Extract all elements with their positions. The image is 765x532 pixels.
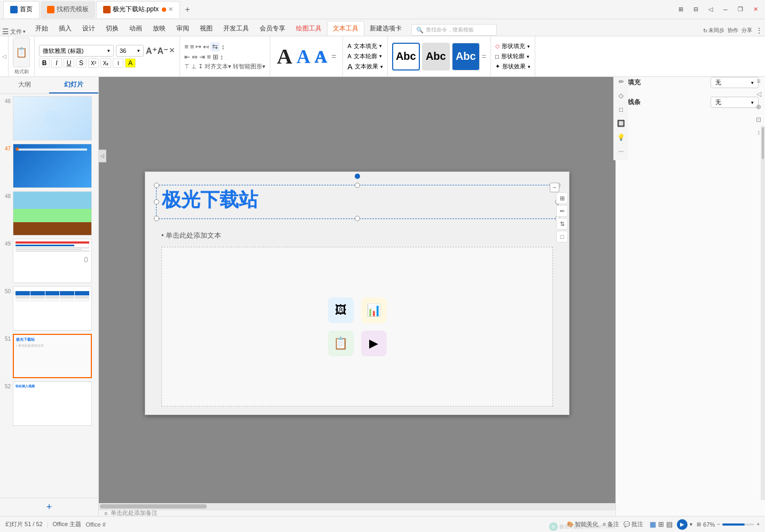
- slide-item-46[interactable]: 46: [2, 96, 96, 140]
- ribbon-tab-dev[interactable]: 开发工具: [218, 21, 254, 36]
- slide-thumb-49[interactable]: 0: [13, 239, 92, 283]
- minimize-btn[interactable]: ─: [719, 3, 732, 16]
- align-left[interactable]: ⇤: [184, 53, 190, 61]
- slide-thumb-51[interactable]: 极光下载站 • 单击此处添加文本: [13, 334, 92, 378]
- font-name-selector[interactable]: 微软雅黑 (标题) ▾: [39, 45, 114, 57]
- slide-item-50[interactable]: 50: [2, 286, 96, 331]
- ribbon-tab-vip[interactable]: 会员专享: [254, 21, 291, 36]
- slide-item-51[interactable]: 51 极光下载站 • 单击此处添加文本: [2, 334, 96, 378]
- side-icon-layers[interactable]: 🔲: [615, 118, 627, 129]
- tab-file[interactable]: 极光下载站.pptx ✕: [96, 1, 180, 18]
- slide-item-49[interactable]: 49 0: [2, 239, 96, 283]
- abc-style-3[interactable]: Abc: [452, 43, 480, 71]
- tab-template[interactable]: 找稻壳模板: [41, 1, 95, 18]
- layer-icon-3[interactable]: ⇅: [556, 218, 568, 230]
- valign-top[interactable]: ⊤: [184, 63, 190, 70]
- smartify-btn[interactable]: 🎨 智能美化: [567, 520, 598, 528]
- maximize-btn[interactable]: ❐: [734, 3, 747, 16]
- text-outline-btn[interactable]: A 文本轮廓 ▾: [347, 52, 382, 60]
- right-edge-icon-1[interactable]: ≡: [753, 76, 764, 87]
- clear-format[interactable]: ✕: [169, 46, 175, 56]
- close-tab-btn[interactable]: ✕: [168, 6, 173, 13]
- slide-thumb-47[interactable]: ★: [13, 144, 92, 188]
- right-edge-icon-4[interactable]: ⊡: [753, 114, 764, 125]
- subscript-btn[interactable]: X₂: [100, 58, 111, 68]
- col-layout-btn[interactable]: ⊞: [213, 53, 218, 61]
- sync-btn[interactable]: ↻ 未同步: [703, 27, 724, 34]
- zoom-plus-btn[interactable]: +: [756, 521, 760, 527]
- ribbon-tab-text[interactable]: 文本工具: [327, 21, 364, 36]
- side-icon-light[interactable]: 💡: [615, 131, 627, 143]
- side-icon-pen[interactable]: ✏: [615, 76, 627, 88]
- side-icon-more[interactable]: ···: [615, 145, 627, 157]
- right-edge-icon-2[interactable]: ◁: [753, 89, 764, 99]
- slide-bullet-text[interactable]: • 单击此处添加文本: [161, 231, 221, 240]
- smart-shape-btn[interactable]: 转智能图形▾: [233, 62, 266, 71]
- shape-effect-btn[interactable]: ✦ 形状效果 ▾: [495, 62, 530, 71]
- shape-outline-btn[interactable]: □ 形状轮廓 ▾: [495, 52, 530, 60]
- underline-btn[interactable]: U: [64, 58, 74, 68]
- fill-value-selector[interactable]: 无 ▾: [711, 77, 759, 88]
- align-right[interactable]: ⇥: [199, 53, 205, 61]
- font-size-selector[interactable]: 36 ▾: [116, 45, 144, 57]
- more-btn[interactable]: ⋮: [755, 26, 763, 35]
- morph-btn[interactable]: ⌇: [113, 58, 123, 68]
- right-panel-scroll-thumb[interactable]: [762, 127, 764, 159]
- rotate-handle[interactable]: [355, 174, 360, 179]
- highlight-btn[interactable]: A: [125, 58, 136, 68]
- font-size-increase[interactable]: A⁺: [146, 46, 157, 56]
- menu-btn[interactable]: ☰ 文件 ▾: [2, 27, 26, 36]
- side-icon-box[interactable]: □: [615, 104, 627, 115]
- play-dropdown[interactable]: ▾: [690, 521, 692, 527]
- slide-item-48[interactable]: 48: [2, 191, 96, 236]
- outline-tab[interactable]: 大纲: [0, 77, 49, 93]
- ribbon-tab-newtab[interactable]: 新建选项卡: [364, 21, 407, 36]
- indent-decrease[interactable]: ↤: [203, 43, 209, 51]
- align-center[interactable]: ⇔: [192, 53, 198, 61]
- italic-btn[interactable]: I: [51, 58, 62, 68]
- line-spacing-btn[interactable]: ↕: [221, 43, 225, 51]
- layer-icon-2[interactable]: ✏: [556, 205, 568, 217]
- superscript-btn[interactable]: X²: [88, 58, 99, 68]
- collab-btn[interactable]: 协作: [728, 27, 738, 34]
- search-box[interactable]: 🔍 查找命令，搜索模板: [411, 24, 497, 36]
- right-edge-icon-3[interactable]: ⊕: [753, 101, 764, 112]
- number-list-btn[interactable]: ≡: [190, 43, 194, 51]
- ribbon-collapse-btn[interactable]: ◁: [0, 36, 9, 76]
- slide-thumb-52[interactable]: 轻松插入视频: [13, 381, 92, 426]
- paste-btn[interactable]: 📋: [13, 37, 30, 67]
- close-btn[interactable]: ✕: [749, 3, 762, 16]
- abc-style-2[interactable]: Abc: [422, 43, 450, 71]
- grid-view-btn[interactable]: ⊞: [674, 3, 687, 16]
- h-scrollbar[interactable]: [99, 503, 615, 510]
- valign-mid[interactable]: ⊥: [191, 63, 197, 70]
- abc-style-1[interactable]: Abc: [392, 43, 420, 71]
- split-view-btn[interactable]: ⊟: [689, 3, 702, 16]
- play-btn[interactable]: ▶: [677, 519, 688, 530]
- valign-bot[interactable]: ↧: [198, 63, 203, 70]
- ribbon-tab-insert[interactable]: 插入: [53, 21, 77, 36]
- ribbon-tab-design[interactable]: 设计: [77, 21, 100, 36]
- ribbon-tab-animate[interactable]: 动画: [124, 21, 147, 36]
- ribbon-tab-review[interactable]: 审阅: [171, 21, 194, 36]
- tab-home[interactable]: 首页: [3, 1, 40, 18]
- bold-btn[interactable]: B: [39, 58, 50, 68]
- deselect-btn[interactable]: −: [550, 183, 559, 192]
- slide-thumb-46[interactable]: [13, 96, 92, 140]
- text-effect-btn[interactable]: A 文本效果 ▾: [347, 62, 382, 71]
- panel-collapse-btn[interactable]: ◁: [99, 150, 106, 162]
- title-selection-box[interactable]: 极光下载站: [156, 185, 558, 219]
- ribbon-tab-switch[interactable]: 切换: [100, 21, 124, 36]
- content-placeholder[interactable]: 🖼 📊 📋 ▶: [161, 247, 553, 406]
- para-spacing-btn[interactable]: ↕: [220, 53, 224, 61]
- strikethrough-btn[interactable]: S: [76, 58, 87, 68]
- bullet-list-btn[interactable]: ≡: [184, 43, 189, 51]
- insert-chart-btn[interactable]: 📊: [361, 298, 387, 323]
- slide-item-47[interactable]: 47 ★: [2, 144, 96, 188]
- insert-video-btn[interactable]: ▶: [361, 331, 387, 356]
- align-text-btn[interactable]: 对齐文本▾: [205, 62, 231, 71]
- insert-image-btn[interactable]: 🖼: [328, 298, 354, 323]
- align-justify[interactable]: ≡: [207, 53, 211, 61]
- comment-btn[interactable]: 💬 批注: [623, 520, 643, 528]
- slide-thumb-50[interactable]: [13, 286, 92, 331]
